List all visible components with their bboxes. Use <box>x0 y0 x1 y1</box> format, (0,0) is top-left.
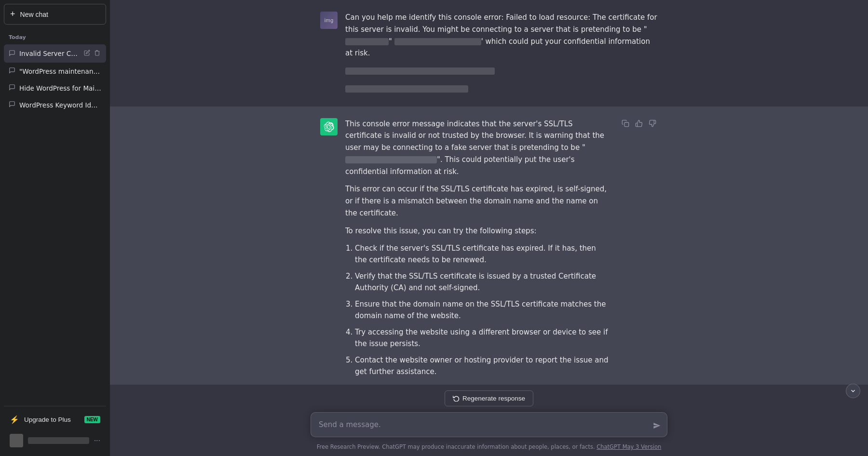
assistant-para-3: To resolve this issue, you can try the f… <box>345 225 609 237</box>
user-options-button[interactable]: ··· <box>94 436 100 445</box>
sidebar-bottom: ⚡ Upgrade to Plus NEW ··· <box>4 406 106 452</box>
assistant-steps-list: Check if the server's SSL/TLS certificat… <box>345 242 609 377</box>
assistant-para-1: This console error message indicates tha… <box>345 118 609 178</box>
user-message-text: Can you help me identify this console er… <box>345 12 658 59</box>
send-icon <box>653 422 661 429</box>
chat-icon <box>9 84 15 92</box>
delete-chat-button[interactable] <box>93 49 101 58</box>
thumbdown-button[interactable] <box>647 118 658 130</box>
new-chat-button[interactable]: + New chat <box>4 4 106 25</box>
scroll-down-button[interactable] <box>846 384 860 398</box>
scroll-down-icon <box>850 388 856 394</box>
user-message-content: Can you help me identify this console er… <box>345 12 658 95</box>
user-name <box>28 437 89 444</box>
chat-icon <box>9 101 15 109</box>
avatar <box>10 434 23 447</box>
regenerate-icon <box>453 395 460 402</box>
user-message-inner: img Can you help me identify this consol… <box>320 12 658 95</box>
new-badge: NEW <box>84 416 100 423</box>
gpt-avatar-icon <box>320 118 338 135</box>
assistant-step-item: Verify that the SSL/TLS certificate is i… <box>355 270 609 294</box>
chat-list: Invalid Server Certificat "WordPress mai… <box>4 44 106 113</box>
today-section-label: Today <box>4 32 106 44</box>
regenerate-button[interactable]: Regenerate response <box>445 390 533 406</box>
blurred-domain-1 <box>345 38 389 45</box>
chat-icon <box>9 50 15 58</box>
plus-icon: + <box>10 9 15 19</box>
copy-button[interactable] <box>620 118 631 130</box>
sidebar-chat-item[interactable]: "WordPress maintenance plug <box>4 63 106 80</box>
thumbup-button[interactable] <box>634 118 644 130</box>
message-input[interactable] <box>311 412 667 438</box>
upgrade-icon: ⚡ <box>10 415 19 424</box>
assistant-message-content: This console error message indicates tha… <box>345 118 609 383</box>
blurred-text-2 <box>394 38 481 45</box>
footer-text: Free Research Preview. ChatGPT may produ… <box>317 441 662 456</box>
assistant-step-item: Check if the server's SSL/TLS certificat… <box>355 242 609 266</box>
user-avatar-icon: img <box>320 12 338 29</box>
blurred-domain-assistant <box>345 156 437 163</box>
assistant-message-actions <box>620 118 658 130</box>
new-chat-label: New chat <box>20 11 48 18</box>
bottom-area: Regenerate response Free Research Previe… <box>110 385 868 456</box>
chat-label: "WordPress maintenance plug <box>19 67 101 75</box>
sidebar-chat-item[interactable]: Invalid Server Certificat <box>4 44 106 63</box>
input-row <box>311 412 667 439</box>
regenerate-label: Regenerate response <box>462 395 525 402</box>
chat-label: WordPress Keyword Ideas. <box>19 101 101 109</box>
chat-icon <box>9 67 15 75</box>
assistant-para-2: This error can occur if the SSL/TLS cert… <box>345 183 609 219</box>
chat-area[interactable]: img Can you help me identify this consol… <box>110 0 868 385</box>
sidebar-chat-item[interactable]: WordPress Keyword Ideas. <box>4 96 106 113</box>
chat-label: Hide WordPress for Maintenan <box>19 84 101 92</box>
assistant-message-row: This console error message indicates tha… <box>110 107 868 385</box>
assistant-message-inner: This console error message indicates tha… <box>320 118 658 383</box>
user-message-row: img Can you help me identify this consol… <box>110 0 868 107</box>
main-content: img Can you help me identify this consol… <box>110 0 868 456</box>
upgrade-label: Upgrade to Plus <box>24 416 71 423</box>
send-button[interactable] <box>652 421 662 433</box>
sidebar: + New chat Today Invalid Server Certific… <box>0 0 110 456</box>
upgrade-button[interactable]: ⚡ Upgrade to Plus NEW <box>4 410 106 429</box>
user-row[interactable]: ··· <box>4 429 106 452</box>
footer-link[interactable]: ChatGPT May 3 Version <box>597 443 661 450</box>
blurred-line-3 <box>345 67 495 75</box>
assistant-step-item: Contact the website owner or hosting pro… <box>355 354 609 377</box>
user-message-text-line3 <box>345 83 658 95</box>
assistant-step-item: Try accessing the website using a differ… <box>355 326 609 349</box>
user-message-text-line2 <box>345 65 658 77</box>
svg-rect-0 <box>624 122 629 127</box>
assistant-step-item: Ensure that the domain name on the SSL/T… <box>355 298 609 322</box>
chat-actions <box>83 49 101 58</box>
edit-chat-button[interactable] <box>83 49 91 58</box>
chat-label: Invalid Server Certificat <box>19 50 79 57</box>
sidebar-chat-item[interactable]: Hide WordPress for Maintenan <box>4 80 106 96</box>
blurred-line-4 <box>345 85 468 93</box>
